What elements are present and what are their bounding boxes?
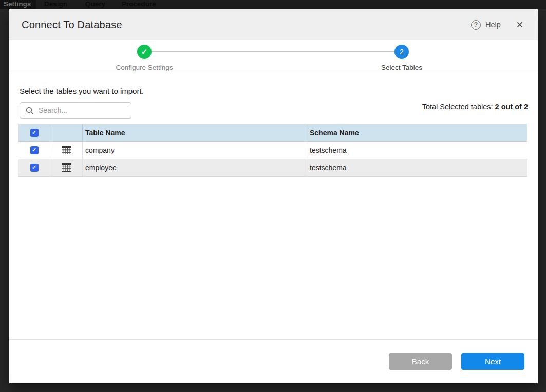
help-button[interactable]: ? Help bbox=[471, 20, 501, 30]
help-icon[interactable]: ? bbox=[471, 20, 481, 30]
stepper-connector-line bbox=[144, 51, 402, 52]
table-row[interactable]: ✓ employee testschema bbox=[18, 159, 527, 177]
table-row[interactable]: ✓ company testschema bbox=[18, 142, 527, 159]
back-button[interactable]: Back bbox=[389, 353, 452, 370]
step-2-label: Select Tables bbox=[345, 64, 458, 71]
background-menu-bar: Settings Design Query Procedure bbox=[0, 0, 546, 9]
selection-summary: Total Selected tables: 2 out of 2 bbox=[422, 103, 528, 111]
column-header-schema-name: Schema Name bbox=[307, 124, 527, 141]
search-box bbox=[20, 102, 131, 119]
menu-item-settings[interactable]: Settings bbox=[0, 0, 36, 9]
connect-to-database-dialog: Connect To Database ? Help ✕ ✓ Configure… bbox=[9, 9, 538, 383]
schema-name-cell: testschema bbox=[307, 142, 527, 159]
stepper: ✓ Configure Settings 2 Select Tables bbox=[9, 40, 538, 72]
table-header-row: ✓ Table Name Schema Name bbox=[18, 124, 527, 142]
step-1-label: Configure Settings bbox=[88, 64, 201, 71]
dialog-header: Connect To Database ? Help ✕ bbox=[9, 9, 538, 40]
table-icon bbox=[62, 146, 71, 154]
menu-item-design[interactable]: Design bbox=[44, 0, 67, 9]
instruction-text: Select the tables you want to import. bbox=[20, 87, 144, 95]
row-checkbox[interactable]: ✓ bbox=[30, 164, 39, 172]
search-icon bbox=[26, 107, 34, 115]
selection-summary-prefix: Total Selected tables: bbox=[422, 103, 495, 111]
step-1-complete-icon: ✓ bbox=[137, 45, 152, 59]
footer-divider bbox=[9, 339, 538, 340]
help-label[interactable]: Help bbox=[485, 21, 501, 29]
table-name-cell: employee bbox=[83, 159, 307, 176]
selection-summary-value: 2 out of 2 bbox=[495, 103, 528, 111]
step-2-number-badge: 2 bbox=[394, 45, 409, 59]
search-input[interactable] bbox=[20, 103, 131, 118]
select-all-checkbox[interactable]: ✓ bbox=[30, 129, 39, 137]
dialog-title: Connect To Database bbox=[22, 19, 122, 31]
schema-name-cell: testschema bbox=[307, 159, 527, 176]
menu-item-procedure[interactable]: Procedure bbox=[122, 0, 156, 9]
next-button[interactable]: Next bbox=[461, 353, 524, 370]
column-header-table-name: Table Name bbox=[83, 124, 307, 141]
icon-column-header bbox=[50, 124, 83, 141]
close-icon[interactable]: ✕ bbox=[516, 21, 523, 29]
menu-item-query[interactable]: Query bbox=[85, 0, 105, 9]
table-name-cell: company bbox=[83, 142, 307, 159]
tables-list: ✓ Table Name Schema Name ✓ bbox=[18, 124, 527, 177]
table-icon bbox=[62, 163, 71, 172]
row-checkbox[interactable]: ✓ bbox=[30, 146, 39, 154]
